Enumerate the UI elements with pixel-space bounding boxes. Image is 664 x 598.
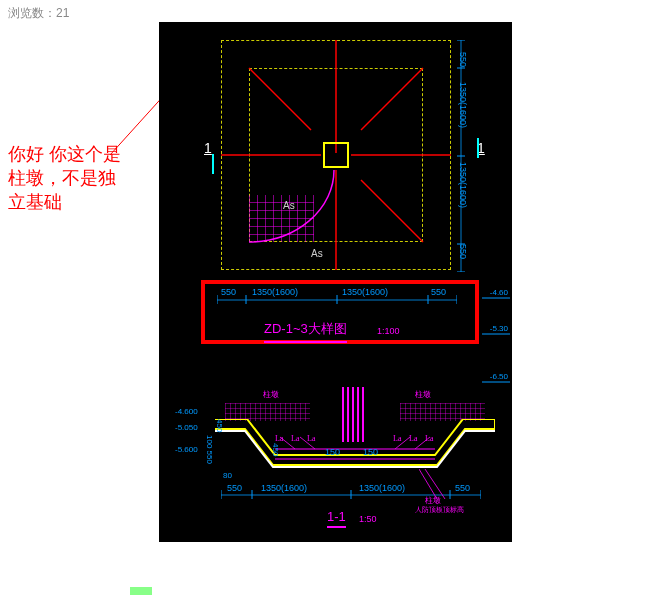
drawing-scale: 1:100 xyxy=(377,326,400,336)
plan-right-dim-line xyxy=(453,40,473,272)
as-label-1: As xyxy=(283,200,295,211)
plan-hdim-3: 1350(1600) xyxy=(342,287,388,297)
hatch-label-2: 柱墩 xyxy=(415,389,431,400)
sec-dim-100550: 100 550 xyxy=(205,435,214,464)
section-title: 1-1 xyxy=(327,509,346,528)
la-2: La xyxy=(291,434,299,443)
column-outline xyxy=(323,142,349,168)
footer-green-mark xyxy=(130,587,152,595)
svg-line-6 xyxy=(249,68,311,130)
annotation-line-2: 柱墩，不是独 xyxy=(8,166,158,190)
la-3: La xyxy=(307,434,315,443)
svg-line-7 xyxy=(361,68,423,130)
la-5: La xyxy=(409,434,417,443)
sec-dim-150a: 150 xyxy=(325,447,340,457)
section-tick-left xyxy=(212,154,214,174)
sec-bdim-1: 550 xyxy=(227,483,242,493)
sec-dim-80: 80 xyxy=(223,471,232,480)
section-scale: 1:50 xyxy=(359,514,377,524)
section-tick-right xyxy=(477,138,479,158)
svg-rect-9 xyxy=(249,195,314,242)
note-leader xyxy=(419,469,459,509)
sec-dim-450b: 450 xyxy=(271,443,280,456)
plan-hdim-4: 550 xyxy=(431,287,446,297)
annotation-text: 你好 你这个是 柱墩，不是独 立基础 xyxy=(8,142,158,214)
svg-line-8 xyxy=(361,180,423,242)
drawing-title: ZD-1~3大样图 xyxy=(264,320,347,343)
sec-dim-150b: 150 xyxy=(363,447,378,457)
cad-drawing-area: As As 550 1350(1600) 1350(1600) 550 1 1 … xyxy=(159,22,512,542)
hatch-label-1: 柱墩 xyxy=(263,389,279,400)
plan-view: As As xyxy=(221,40,451,270)
sec-elev-2: -5.050 xyxy=(175,423,198,432)
sec-dim-450: 450 xyxy=(215,419,224,432)
annotation-line-1: 你好 你这个是 xyxy=(8,142,158,166)
view-count: 浏览数：21 xyxy=(8,5,69,22)
as-label-2: As xyxy=(311,248,323,259)
sec-bdim-3: 1350(1600) xyxy=(359,483,405,493)
sec-bdim-2: 1350(1600) xyxy=(261,483,307,493)
annotation-line-3: 立基础 xyxy=(8,190,158,214)
la-6: La xyxy=(425,434,433,443)
section-view: 柱墩 柱墩 La La La La La xyxy=(175,397,505,532)
sec-elev-1: -4.600 xyxy=(175,407,198,416)
sec-elev-3: -5.600 xyxy=(175,445,198,454)
la-4: La xyxy=(393,434,401,443)
plan-hdim-1: 550 xyxy=(221,287,236,297)
plan-hdim-2: 1350(1600) xyxy=(252,287,298,297)
level-marks xyxy=(482,292,510,387)
section-mark-left: 1 xyxy=(204,140,212,156)
la-1: La xyxy=(275,434,283,443)
